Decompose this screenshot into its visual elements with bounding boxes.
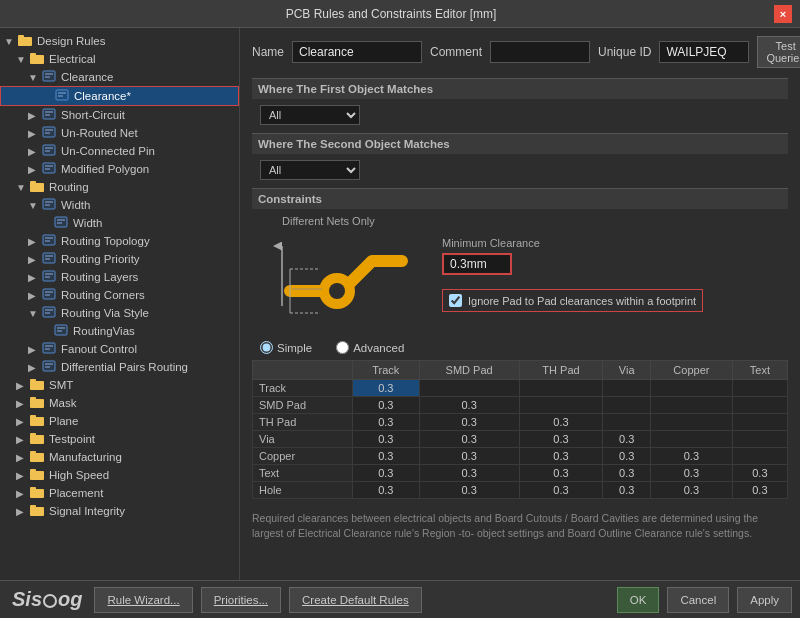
cancel-button[interactable]: Cancel: [667, 587, 729, 613]
logo-text: Sisog: [12, 588, 82, 611]
comment-input[interactable]: [490, 41, 590, 63]
tree-item-un-connected-pin[interactable]: ▶Un-Connected Pin: [0, 142, 239, 160]
tree-arrow-clearance-group: ▼: [28, 72, 40, 83]
tree-label-un-routed-net: Un-Routed Net: [61, 127, 138, 139]
tree-icon-plane: [30, 414, 46, 428]
table-cell-text: [732, 431, 787, 448]
tree-label-routing-corners: Routing Corners: [61, 289, 145, 301]
svg-rect-24: [43, 199, 55, 209]
constraints-section: Different Nets Only: [252, 215, 788, 327]
tree-item-high-speed[interactable]: ▶High Speed: [0, 466, 239, 484]
svg-rect-27: [55, 217, 67, 227]
tree-item-smt[interactable]: ▶SMT: [0, 376, 239, 394]
svg-rect-55: [30, 379, 36, 382]
create-default-button[interactable]: Create Default Rules: [289, 587, 422, 613]
table-row: TH Pad0.30.30.3: [253, 414, 788, 431]
test-queries-button[interactable]: Test Queries: [757, 36, 800, 68]
close-button[interactable]: ×: [774, 5, 792, 23]
tree-item-electrical[interactable]: ▼Electrical: [0, 50, 239, 68]
min-clearance-label: Minimum Clearance: [442, 237, 703, 249]
tree-item-plane[interactable]: ▶Plane: [0, 412, 239, 430]
tree-item-differential-pairs[interactable]: ▶Differential Pairs Routing: [0, 358, 239, 376]
tree-icon-electrical: [30, 52, 46, 66]
table-cell-thPad: 0.3: [519, 465, 603, 482]
tree-label-plane: Plane: [49, 415, 78, 427]
tree-item-placement[interactable]: ▶Placement: [0, 484, 239, 502]
svg-rect-42: [43, 307, 55, 317]
table-cell-label: Hole: [253, 482, 353, 499]
tree-item-clearance-group[interactable]: ▼Clearance: [0, 68, 239, 86]
unique-id-label: Unique ID: [598, 45, 651, 59]
tree-item-un-routed-net[interactable]: ▶Un-Routed Net: [0, 124, 239, 142]
tree-item-routing-topology[interactable]: ▶Routing Topology: [0, 232, 239, 250]
apply-button[interactable]: Apply: [737, 587, 792, 613]
tree-label-clearance-item: Clearance*: [74, 90, 131, 102]
tree-item-testpoint[interactable]: ▶Testpoint: [0, 430, 239, 448]
ignore-pad-checkbox[interactable]: [449, 294, 462, 307]
tree-item-clearance-item[interactable]: Clearance*: [0, 86, 239, 106]
svg-rect-57: [30, 397, 36, 400]
tree-icon-width-group: [42, 198, 58, 212]
svg-rect-67: [30, 487, 36, 490]
svg-rect-45: [55, 325, 67, 335]
min-clearance-input[interactable]: [442, 253, 512, 275]
table-cell-smdPad: 0.3: [419, 431, 519, 448]
svg-rect-51: [43, 361, 55, 371]
svg-rect-2: [30, 55, 44, 64]
unique-id-input[interactable]: [659, 41, 749, 63]
tree-item-routing-corners[interactable]: ▶Routing Corners: [0, 286, 239, 304]
ok-button[interactable]: OK: [617, 587, 660, 613]
table-cell-via: 0.3: [603, 482, 651, 499]
table-cell-via: [603, 397, 651, 414]
tree-icon-manufacturing: [30, 450, 46, 464]
simple-radio[interactable]: [260, 341, 273, 354]
tree-item-routing-via-style[interactable]: ▼Routing Via Style: [0, 304, 239, 322]
table-cell-label: TH Pad: [253, 414, 353, 431]
tree-item-modified-polygon[interactable]: ▶Modified Polygon: [0, 160, 239, 178]
table-cell-label: Via: [253, 431, 353, 448]
svg-rect-16: [43, 145, 55, 155]
tree-item-design-rules[interactable]: ▼Design Rules: [0, 32, 239, 50]
logo-area: Sisog: [8, 588, 86, 611]
first-object-select[interactable]: All: [260, 105, 360, 125]
advanced-radio[interactable]: [336, 341, 349, 354]
simple-label: Simple: [277, 342, 312, 354]
name-input[interactable]: [292, 41, 422, 63]
advanced-radio-label[interactable]: Advanced: [336, 341, 404, 354]
table-cell-copper: [651, 380, 733, 397]
first-object-header: Where The First Object Matches: [252, 78, 788, 99]
tree-item-width-group[interactable]: ▼Width: [0, 196, 239, 214]
tree-item-routing-vias[interactable]: RoutingVias: [0, 322, 239, 340]
rule-wizard-button[interactable]: Rule Wizard...: [94, 587, 192, 613]
simple-radio-label[interactable]: Simple: [260, 341, 312, 354]
tree-item-routing-layers[interactable]: ▶Routing Layers: [0, 268, 239, 286]
svg-rect-33: [43, 253, 55, 263]
tree-item-manufacturing[interactable]: ▶Manufacturing: [0, 448, 239, 466]
table-cell-smdPad: 0.3: [419, 465, 519, 482]
tree-item-routing[interactable]: ▼Routing: [0, 178, 239, 196]
table-row: SMD Pad0.30.3: [253, 397, 788, 414]
second-object-select[interactable]: All: [260, 160, 360, 180]
table-cell-smdPad: 0.3: [419, 448, 519, 465]
tree-label-manufacturing: Manufacturing: [49, 451, 122, 463]
tree-item-width-item[interactable]: Width: [0, 214, 239, 232]
tree-icon-design-rules: [18, 34, 34, 48]
priorities-button[interactable]: Priorities...: [201, 587, 281, 613]
table-cell-via: [603, 380, 651, 397]
tree-item-mask[interactable]: ▶Mask: [0, 394, 239, 412]
tree-item-short-circuit[interactable]: ▶Short-Circuit: [0, 106, 239, 124]
footer-note: Required clearances between electrical o…: [252, 511, 788, 540]
tree-icon-routing-corners: [42, 288, 58, 302]
tree-item-routing-priority[interactable]: ▶Routing Priority: [0, 250, 239, 268]
second-object-header: Where The Second Object Matches: [252, 133, 788, 154]
tree-item-signal-integrity[interactable]: ▶Signal Integrity: [0, 502, 239, 520]
col-header-th: TH Pad: [519, 361, 603, 380]
tree-label-routing-layers: Routing Layers: [61, 271, 138, 283]
tree-icon-routing-topology: [42, 234, 58, 248]
svg-point-72: [329, 283, 345, 299]
tree-arrow-design-rules: ▼: [4, 36, 16, 47]
tree-label-width-group: Width: [61, 199, 90, 211]
min-clearance-section: Minimum Clearance: [442, 237, 703, 275]
tree-arrow-un-routed-net: ▶: [28, 128, 40, 139]
tree-item-fanout-control[interactable]: ▶Fanout Control: [0, 340, 239, 358]
